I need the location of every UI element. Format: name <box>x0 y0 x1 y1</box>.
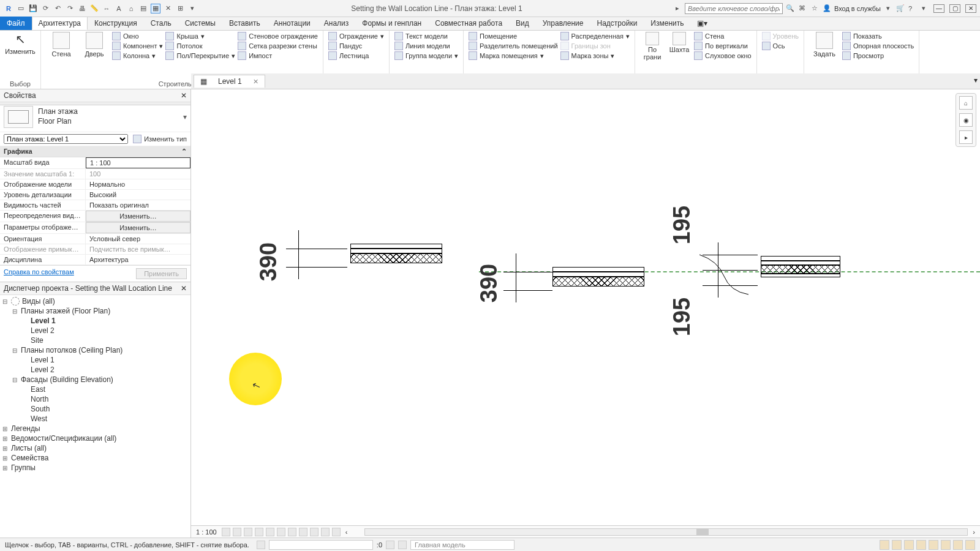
expand-icon[interactable]: ⊟ <box>1 298 9 305</box>
area-button[interactable]: Распределенная ▾ <box>560 32 630 40</box>
tab-ext-icon[interactable]: ▣▾ <box>690 17 714 30</box>
sb-icon-3[interactable] <box>398 541 407 549</box>
tree-cp-level1[interactable]: Level 1 <box>1 355 189 365</box>
sb-r4-icon[interactable] <box>916 540 926 550</box>
roomsep-button[interactable]: Разделитель помещений <box>469 42 558 50</box>
tab-collaborate[interactable]: Совместная работа <box>428 17 509 30</box>
qat-3d-icon[interactable]: ⌂ <box>126 4 136 13</box>
vertical-button[interactable]: По вертикали <box>694 42 752 50</box>
viewtab-close-icon[interactable]: ✕ <box>253 78 258 86</box>
modelgroup-button[interactable]: Группа модели ▾ <box>394 51 458 60</box>
scale-display[interactable]: 1 : 100 <box>196 528 217 536</box>
home-icon[interactable]: ⌂ <box>959 96 973 110</box>
tab-architecture[interactable]: Архитектура <box>32 17 88 30</box>
sb-r1-icon[interactable] <box>880 540 889 550</box>
sb-r2-icon[interactable] <box>892 540 902 550</box>
props-value[interactable]: Высокий <box>86 190 190 200</box>
qat-open-icon[interactable]: ▭ <box>16 4 26 13</box>
props-row[interactable]: Видимость частейПоказать оригинал <box>0 200 190 211</box>
refplane-button[interactable]: Опорная плоскость <box>842 42 914 50</box>
ramp-button[interactable]: Пандус <box>328 42 384 50</box>
axis-button[interactable]: Ось <box>762 42 799 50</box>
floor-button[interactable]: Пол/Перекрытие ▾ <box>165 51 235 60</box>
tree-fp-level2[interactable]: Level 2 <box>1 326 189 335</box>
tree-cp-level2[interactable]: Level 2 <box>1 365 189 375</box>
edit-type-button[interactable]: Изменить тип <box>133 134 187 144</box>
tree-elevations[interactable]: ⊟Фасады (Building Elevation) <box>1 375 189 384</box>
tree-groups[interactable]: ⊞Группы <box>1 463 189 473</box>
tree-el-south[interactable]: South <box>1 404 189 414</box>
props-value[interactable]: Показать оригинал <box>86 200 190 210</box>
props-row[interactable]: Значение масштаба 1:100 <box>0 169 190 179</box>
modelline-button[interactable]: Линия модели <box>394 42 458 50</box>
tab-systems[interactable]: Системы <box>178 17 222 30</box>
sb-r5-icon[interactable] <box>929 540 938 550</box>
browser-close-icon[interactable]: ✕ <box>181 284 187 293</box>
search-dd-icon[interactable]: ▸ <box>673 4 682 13</box>
qat-save-icon[interactable]: 💾 <box>28 4 38 13</box>
tree-el-west[interactable]: West <box>1 414 189 424</box>
mullion-button[interactable]: Импост <box>238 51 318 60</box>
byface-button[interactable]: По грани <box>640 32 665 61</box>
type-selector[interactable]: План этажа Floor Plan ▾ <box>0 102 190 132</box>
props-row[interactable]: ОриентацияУсловный север <box>0 234 190 244</box>
login-dd-icon[interactable]: ▾ <box>883 4 893 13</box>
tab-annotate[interactable]: Аннотации <box>267 17 317 30</box>
curtain-button[interactable]: Стеновое ограждение <box>238 32 318 40</box>
nav-dial-icon[interactable]: ◉ <box>959 113 973 127</box>
viewer-button[interactable]: Просмотр <box>842 51 914 60</box>
tree-schedules[interactable]: ⊞Ведомости/Спецификации (all) <box>1 433 189 443</box>
qat-section-icon[interactable]: ▤ <box>138 4 148 13</box>
set-button[interactable]: Задать <box>809 32 840 58</box>
qat-dd-icon[interactable]: ▾ <box>187 4 197 13</box>
cropshow-icon[interactable] <box>288 528 296 536</box>
tab-structure[interactable]: Конструкция <box>88 17 144 30</box>
expand-icon[interactable]: ⊟ <box>11 377 18 383</box>
tab-analyze[interactable]: Анализ <box>317 17 356 30</box>
tree-families[interactable]: ⊞Семейства <box>1 453 189 463</box>
sb-icon-2[interactable] <box>386 541 394 549</box>
props-value[interactable]: Нормально <box>86 179 190 189</box>
expand-icon[interactable]: ⊞ <box>1 435 9 442</box>
props-value[interactable]: Изменить… <box>86 211 190 222</box>
expand-icon[interactable]: ⊞ <box>1 465 9 471</box>
modify-button[interactable]: ↖ Изменить <box>5 32 36 55</box>
tree-fp-level1[interactable]: Level 1 <box>1 316 189 326</box>
help-icon[interactable]: ? <box>905 4 915 13</box>
qat-redo-icon[interactable]: ↷ <box>65 4 75 13</box>
expand-icon[interactable]: ⊞ <box>1 445 9 452</box>
tab-massing[interactable]: Формы и генплан <box>355 17 428 30</box>
sun-icon[interactable] <box>244 528 252 536</box>
type-dd-icon[interactable]: ▾ <box>183 113 187 121</box>
apply-button[interactable]: Применить <box>136 268 187 279</box>
user-icon[interactable]: 👤 <box>822 4 832 13</box>
props-row[interactable]: Переопределения види…Изменить… <box>0 211 190 222</box>
close-button[interactable]: ✕ <box>965 4 976 13</box>
star-icon[interactable]: ☆ <box>810 4 820 13</box>
detail-icon[interactable] <box>222 528 230 536</box>
workset-combo[interactable]: Главная модель <box>410 540 514 550</box>
tree-legends[interactable]: ⊞Легенды <box>1 424 189 433</box>
props-row[interactable]: Параметры отображени…Изменить… <box>0 222 190 234</box>
style-icon[interactable] <box>233 528 241 536</box>
horizontal-scrollbar[interactable] <box>364 528 968 536</box>
viewtab-level1[interactable]: ▦ Level 1 ✕ <box>194 75 265 88</box>
props-group-graphics[interactable]: Графика⌃ <box>0 146 190 157</box>
qat-undo-icon[interactable]: ↶ <box>53 4 62 13</box>
qat-sync-icon[interactable]: ⟳ <box>40 4 50 13</box>
qat-switch-icon[interactable]: ⊞ <box>175 4 185 13</box>
tree-views[interactable]: ⊟Виды (all) <box>1 296 189 306</box>
tree-fp-site[interactable]: Site <box>1 335 189 345</box>
temp-icon[interactable] <box>310 528 318 536</box>
key-icon[interactable]: ⌘ <box>797 4 807 13</box>
wall-button[interactable]: Стена <box>46 32 77 58</box>
props-value[interactable]: 1 : 100 <box>86 157 190 168</box>
tree-sheets[interactable]: ⊞Листы (all) <box>1 443 189 453</box>
room-button[interactable]: Помещение <box>469 32 558 40</box>
tree-ceilingplans[interactable]: ⊟Планы потолков (Ceiling Plan) <box>1 345 189 355</box>
dormer-button[interactable]: Слуховое окно <box>694 51 752 60</box>
props-row[interactable]: Отображение примыка…Подчистить все примы… <box>0 244 190 255</box>
tab-manage[interactable]: Управление <box>536 17 590 30</box>
props-row[interactable]: Масштаб вида1 : 100 <box>0 157 190 169</box>
wallopening-button[interactable]: Стена <box>694 32 752 40</box>
